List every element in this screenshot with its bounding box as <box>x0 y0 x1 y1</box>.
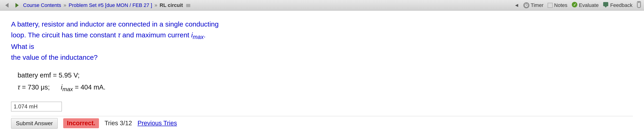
timer-icon <box>523 2 529 8</box>
answer-row <box>11 102 633 112</box>
evaluate-button[interactable]: ✓ Evaluate <box>572 2 599 9</box>
question-line1: A battery, resistor and inductor are con… <box>11 20 219 28</box>
divider <box>11 116 633 116</box>
imax-given: imax <box>61 84 73 91</box>
evaluate-icon: ✓ <box>572 2 578 9</box>
breadcrumb-part2[interactable]: Problem Set #5 [due MON / FEB 27 ] <box>69 2 152 8</box>
back-button[interactable] <box>3 2 11 9</box>
notes-button[interactable]: Notes <box>548 2 567 8</box>
svg-marker-0 <box>5 3 8 8</box>
imax-given-sub: max <box>62 86 73 92</box>
timer-label: Timer <box>531 2 544 8</box>
svg-rect-11 <box>638 1 640 3</box>
breadcrumb-part3: RL circuit <box>160 2 183 8</box>
feedback-button[interactable]: Feedback <box>603 2 632 9</box>
svg-rect-5 <box>526 3 527 4</box>
incorrect-badge: Incorrect. <box>63 118 99 128</box>
imax-symbol: imax <box>191 31 204 39</box>
previous-tries-link[interactable]: Previous Tries <box>138 120 177 127</box>
given-line1: battery emf = 5.95 V; <box>14 69 633 81</box>
clip-icon[interactable] <box>636 1 641 10</box>
notes-label: Notes <box>554 2 567 8</box>
left-arrow-icon[interactable]: ◄ <box>514 2 519 8</box>
svg-rect-8 <box>603 2 608 6</box>
submit-button[interactable]: Submit Answer <box>11 118 58 129</box>
top-right-actions: ◄ Timer Notes ✓ <box>514 1 641 10</box>
question-text: A battery, resistor and inductor are con… <box>11 19 219 63</box>
question-line2-part1: loop. The circuit has time constant <box>11 31 118 39</box>
evaluate-label: Evaluate <box>579 2 599 8</box>
main-content: A battery, resistor and inductor are con… <box>0 10 644 131</box>
question-line3: the value of the inductance? <box>11 54 98 61</box>
top-navigation-bar: Course Contents » Problem Set #5 [due MO… <box>0 0 644 10</box>
answer-input[interactable] <box>11 102 62 112</box>
svg-text:✓: ✓ <box>573 3 576 7</box>
question-line2-part2: and maximum current <box>120 31 191 39</box>
timer-button[interactable]: Timer <box>523 2 544 8</box>
breadcrumb: Course Contents » Problem Set #5 [due MO… <box>23 2 512 8</box>
svg-marker-1 <box>16 3 19 8</box>
given-values: battery emf = 5.95 V; τ = 730 μs; imax =… <box>14 69 633 94</box>
forward-button[interactable] <box>13 2 21 9</box>
feedback-icon <box>603 2 609 9</box>
notes-icon <box>548 3 553 8</box>
svg-marker-9 <box>604 6 607 8</box>
feedback-label: Feedback <box>610 2 632 8</box>
tau-given: τ <box>18 84 20 91</box>
tau-symbol: τ <box>118 31 120 39</box>
breadcrumb-part1[interactable]: Course Contents <box>23 2 61 8</box>
imax-sub: max <box>193 34 204 40</box>
breadcrumb-sep1: » <box>64 2 66 8</box>
given-line2: τ = 730 μs; imax = 404 mA. <box>14 81 633 94</box>
print-icon[interactable] <box>186 4 190 7</box>
tries-text: Tries 3/12 <box>104 120 132 127</box>
breadcrumb-sep2: » <box>154 2 157 8</box>
submit-row: Submit Answer Incorrect. Tries 3/12 Prev… <box>11 118 633 129</box>
